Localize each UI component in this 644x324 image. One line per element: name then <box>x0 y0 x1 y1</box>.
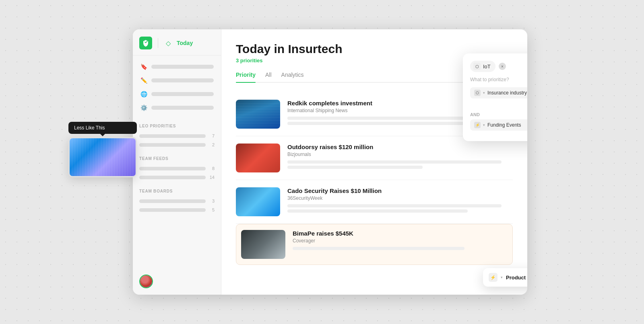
product-launches-chevron-icon: ▾ <box>501 275 503 279</box>
sidebar-feed-item-2[interactable]: 14 <box>139 173 215 182</box>
main-content: Today in Insurtech 3 priorities Priority… <box>221 29 527 295</box>
cursor-container <box>470 102 527 110</box>
filter-chip-insurance[interactable]: ⬡ ▾ Insurance industry × <box>470 87 527 98</box>
sidebar-feed-count-1: 8 <box>209 166 215 171</box>
today-label: Today <box>177 40 193 46</box>
product-launches-icon: ⚡ <box>489 273 497 282</box>
news-image-2 <box>236 144 280 172</box>
news-image-3 <box>236 187 280 216</box>
less-like-this-section: Less Like This <box>68 122 137 177</box>
sidebar-board-bar-2 <box>139 208 206 212</box>
industry-filter-icon: ⬡ <box>474 90 481 96</box>
news-image-1 <box>236 100 280 129</box>
funding-filter-label: Funding Events <box>487 122 521 128</box>
news-source-3: 36SecurityWeek <box>287 195 513 201</box>
iot-chip[interactable]: ⬡ IoT <box>470 61 495 72</box>
app-container: Less Like This ◇ Today 🔖 <box>101 17 543 307</box>
filter-chip-funding[interactable]: ⚡ ▾ Funding Events × <box>470 119 527 131</box>
sidebar-item-bookmarks[interactable]: 🔖 <box>136 60 218 73</box>
product-launches-label: Product Launches <box>506 275 527 281</box>
team-boards-title: TEAM BOARDS <box>139 189 215 193</box>
filter-chevron-2-icon: ▾ <box>483 123 485 127</box>
and-label: AND <box>470 112 527 117</box>
sidebar-section-feeds: TEAM FEEDS 8 14 <box>133 152 221 184</box>
news-image-4 <box>241 230 285 259</box>
sidebar-item-bar <box>151 92 214 96</box>
bookmarks-icon: 🔖 <box>140 63 147 70</box>
sidebar-header: ◇ Today <box>133 29 221 55</box>
tab-priority[interactable]: Priority <box>236 72 256 82</box>
sidebar: ◇ Today 🔖 ✏️ 🌐 ⚙️ <box>133 29 221 295</box>
news-headline-4: BimaPe raises $545K <box>293 230 508 237</box>
sidebar-item-bar <box>151 65 214 69</box>
iot-question-label: What to prioritize? <box>470 77 527 82</box>
news-source-2: Bizjournals <box>287 152 513 157</box>
sidebar-section-leo: LEO PRIORITIES 7 2 <box>133 119 221 152</box>
avatar[interactable] <box>139 275 153 288</box>
sidebar-feed-bar-1 <box>139 167 206 170</box>
filter-chevron-icon: ▾ <box>483 91 485 95</box>
iot-popup: ⬡ IoT × What to prioritize? ⬡ ▾ Insuranc… <box>463 53 527 141</box>
iot-chip-icon: ⬡ <box>473 63 481 70</box>
news-bar-3b <box>287 209 468 213</box>
edit-icon: ✏️ <box>140 77 147 84</box>
leo-priorities-title: LEO PRIORITIES <box>139 124 215 128</box>
iot-chip-label: IoT <box>483 64 491 70</box>
sidebar-nav: 🔖 ✏️ 🌐 ⚙️ <box>133 55 221 119</box>
tab-all[interactable]: All <box>265 72 272 82</box>
filter-row-funding: ⚡ ▾ Funding Events × + OR <box>470 119 527 131</box>
news-item-4[interactable]: BimaPe raises $545K Coverager <box>236 224 513 265</box>
sidebar-leo-item-2[interactable]: 2 <box>139 140 215 149</box>
news-item-2[interactable]: Outdoorsy raises $120 million Bizjournal… <box>236 136 513 180</box>
logo-icon <box>142 39 149 47</box>
sidebar-feed-item-1[interactable]: 8 <box>139 164 215 173</box>
main-window: ◇ Today 🔖 ✏️ 🌐 ⚙️ <box>133 29 527 295</box>
sidebar-board-item-2[interactable]: 5 <box>139 205 215 214</box>
car-image <box>236 144 280 172</box>
sidebar-section-boards: TEAM BOARDS 3 5 <box>133 184 221 217</box>
less-like-this-tooltip[interactable]: Less Like This <box>68 122 137 134</box>
sidebar-item-bar <box>151 106 214 110</box>
product-launches-popup: ⚡ ▾ Product Launches × <box>483 268 527 287</box>
insurance-filter-label: Insurance industry <box>487 90 527 96</box>
less-like-this-card <box>68 137 137 177</box>
news-bar-2b <box>287 166 423 169</box>
iot-popup-header: ⬡ IoT × <box>470 61 527 72</box>
shipping-image <box>236 100 280 129</box>
sidebar-leo-count-2: 2 <box>209 142 215 147</box>
today-icon: ◇ <box>164 39 173 47</box>
less-like-this-label: Less Like This <box>74 125 105 131</box>
filter-row-insurance: ⬡ ▾ Insurance industry × + OR <box>470 87 527 98</box>
sidebar-feed-count-2: 14 <box>209 175 215 180</box>
news-text-2: Outdoorsy raises $120 million Bizjournal… <box>287 144 513 171</box>
sidebar-item-settings[interactable]: ⚙️ <box>136 101 218 114</box>
news-item-3[interactable]: Cado Security Raises $10 Million 36Secur… <box>236 180 513 224</box>
sidebar-board-item-1[interactable]: 3 <box>139 197 215 205</box>
feedly-logo[interactable] <box>139 37 152 49</box>
sidebar-divider <box>158 38 158 48</box>
sidebar-board-count-2: 5 <box>209 207 215 212</box>
sidebar-item-globe[interactable]: 🌐 <box>136 88 218 100</box>
sidebar-item-edit[interactable]: ✏️ <box>136 74 218 87</box>
news-text-4: BimaPe raises $545K Coverager <box>293 230 508 252</box>
team-feeds-title: TEAM FEEDS <box>139 156 215 161</box>
news-headline-2: Outdoorsy raises $120 million <box>287 144 513 150</box>
funding-filter-icon: ⚡ <box>474 122 481 128</box>
news-bar-3a <box>287 204 502 207</box>
less-like-this-image <box>70 138 136 176</box>
crypto-image <box>241 230 285 259</box>
globe-icon: 🌐 <box>140 90 147 98</box>
sidebar-feed-bar-2 <box>139 176 206 179</box>
news-bar-2a <box>287 160 502 164</box>
iot-close-button[interactable]: × <box>499 63 506 70</box>
sidebar-board-bar-1 <box>139 199 206 203</box>
sidebar-board-count-1: 3 <box>209 199 215 203</box>
tab-analytics[interactable]: Analytics <box>281 72 304 82</box>
news-bar-1b <box>287 122 468 125</box>
sidebar-leo-item-1[interactable]: 7 <box>139 131 215 140</box>
news-text-3: Cado Security Raises $10 Million 36Secur… <box>287 187 513 215</box>
sidebar-leo-bar-2 <box>139 143 206 147</box>
security-image <box>236 187 280 216</box>
settings-icon: ⚙️ <box>140 104 147 111</box>
news-bar-4a <box>293 247 464 250</box>
